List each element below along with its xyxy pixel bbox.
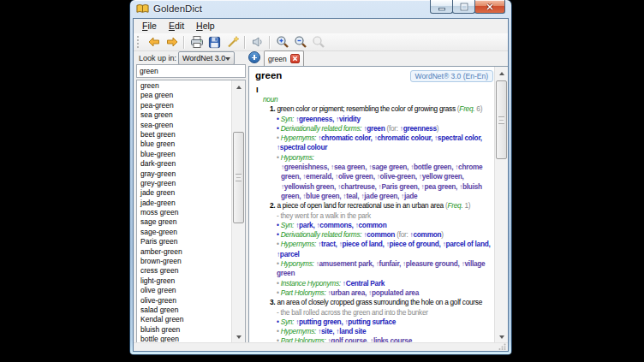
tab-green[interactable]: green — [264, 50, 304, 66]
wordlist-item[interactable]: olive green — [137, 286, 232, 295]
zoom-out-button[interactable] — [291, 34, 309, 50]
article-link[interactable]: ↑bottle green, — [410, 163, 455, 171]
article-link[interactable]: ↑common — [355, 221, 387, 229]
article-link[interactable]: ↑piece of land, — [339, 240, 386, 248]
wordlist-item[interactable]: Paris green — [137, 237, 232, 246]
dictionary-group-select[interactable]: WordNet 3.0 — [178, 51, 235, 65]
article-link[interactable]: ↑chromatic color, — [318, 134, 374, 142]
article-link[interactable]: ↑park, — [295, 221, 316, 229]
article-link[interactable]: ↑common — [363, 230, 395, 239]
article-link[interactable]: ↑spectral color, — [434, 134, 482, 142]
article-link[interactable]: ↑parcel of land, — [443, 240, 491, 248]
wordlist-item[interactable]: jade green — [137, 188, 232, 198]
article-link[interactable]: ↑greenness, — [295, 115, 336, 123]
article-link[interactable]: ↑common — [410, 230, 442, 239]
print-button[interactable] — [188, 34, 206, 50]
article-link[interactable]: ↑pea green, — [421, 182, 460, 191]
article-link[interactable]: ↑chartreuse, — [337, 182, 379, 191]
wordlist-item[interactable]: cress green — [137, 266, 232, 276]
wordlist-item[interactable]: moss green — [137, 208, 232, 217]
maximize-button[interactable] — [452, 0, 475, 14]
article-link[interactable]: ↑olive-green, — [377, 172, 419, 181]
wordlist-item[interactable]: pea green — [137, 91, 232, 100]
article-link[interactable]: ↑sage green, — [368, 163, 410, 171]
pronounce-wand-button[interactable] — [224, 34, 242, 50]
menu-edit[interactable]: Edit — [163, 19, 190, 33]
wordlist-item[interactable]: beet green — [137, 130, 232, 139]
wordlist-item[interactable]: sea green — [137, 110, 232, 120]
tab-close-button[interactable] — [290, 54, 300, 63]
article-link[interactable]: ↑commons, — [317, 221, 355, 229]
wordlist-item[interactable]: dark-green — [137, 159, 232, 169]
wordlist-scroll-thumb[interactable] — [233, 132, 244, 223]
wordlist-item[interactable]: sea-green — [137, 121, 232, 130]
article-link[interactable]: ↑parcel — [277, 250, 300, 258]
titlebar[interactable]: GoldenDict — [130, 0, 511, 18]
wordlist-item[interactable]: green — [137, 81, 232, 91]
article-link[interactable]: ↑greenishness, — [281, 163, 331, 171]
wordlist-item[interactable]: blue green — [137, 139, 232, 149]
wordlist-item[interactable]: sage-green — [137, 228, 232, 237]
resize-grip-icon[interactable] — [498, 343, 506, 350]
wordlist-item[interactable]: bluish green — [137, 325, 232, 335]
article-link[interactable]: ↑blue green, — [302, 192, 343, 200]
article-link[interactable]: ↑viridity — [336, 115, 361, 123]
wordlist-scrollbar[interactable] — [231, 80, 245, 344]
scroll-down-icon[interactable] — [233, 331, 244, 343]
add-tab-button[interactable] — [248, 51, 260, 63]
close-button[interactable] — [474, 0, 505, 14]
wordlist-item[interactable]: pea-green — [137, 101, 232, 110]
wordlist-item[interactable]: jade-green — [137, 199, 232, 208]
back-button[interactable] — [145, 34, 163, 50]
article-link[interactable]: ↑amusement park, — [316, 259, 376, 268]
article-link[interactable]: ↑chromatic colour, — [374, 134, 434, 142]
wordlist-item[interactable]: salad green — [137, 306, 232, 315]
menu-help[interactable]: Help — [190, 19, 221, 33]
menu-file[interactable]: File — [136, 19, 163, 33]
article-link[interactable]: ↑greenness — [400, 124, 437, 133]
article-link[interactable]: ↑populated area — [368, 288, 419, 297]
wordlist-item[interactable]: Kendal green — [137, 315, 232, 324]
article-link[interactable]: ↑putting surface — [344, 317, 396, 326]
wordlist-item[interactable]: sage green — [137, 217, 232, 227]
article-link[interactable]: ↑tract, — [318, 240, 339, 248]
dictionary-badge[interactable]: WordNet® 3.0 (En-En) — [410, 70, 493, 82]
minimize-button[interactable] — [430, 0, 453, 14]
scroll-up-icon[interactable] — [233, 81, 244, 93]
article-link[interactable]: ↑teal, — [343, 192, 361, 200]
article-link[interactable]: ↑sea green, — [331, 163, 368, 171]
article-link[interactable]: ↑piece of ground, — [386, 240, 443, 248]
wordlist-item[interactable]: brown-green — [137, 257, 232, 266]
wordlist-item[interactable]: light-green — [137, 276, 232, 286]
article-link[interactable]: ↑green — [363, 124, 385, 133]
article-link[interactable]: ↑yellowish green, — [281, 182, 337, 191]
zoom-reset-button[interactable] — [309, 34, 327, 50]
article-link[interactable]: ↑Paris green, — [379, 182, 421, 191]
search-input[interactable] — [136, 64, 246, 78]
wordlist-item[interactable]: gray-green — [137, 169, 232, 179]
article-link[interactable]: ↑spectral colour — [277, 143, 327, 151]
wordlist-item[interactable]: amber-green — [137, 247, 232, 257]
article-link[interactable]: ↑Central Park — [343, 279, 385, 288]
article-link[interactable]: ↑site, — [318, 327, 336, 335]
scroll-up-icon[interactable] — [496, 68, 507, 80]
article-link[interactable]: ↑urban area, — [327, 288, 368, 297]
article-scrollbar[interactable] — [494, 67, 508, 344]
article-link[interactable]: ↑emerald, — [302, 172, 335, 181]
article-link[interactable]: ↑putting green, — [295, 317, 344, 326]
article-scroll-thumb[interactable] — [496, 80, 507, 159]
toolbar-grip[interactable] — [137, 36, 141, 48]
wordlist-item[interactable]: olive-green — [137, 296, 232, 306]
article-link[interactable]: ↑jade — [401, 192, 417, 200]
article-link[interactable]: ↑yellow green, — [419, 172, 464, 181]
save-button[interactable] — [206, 34, 224, 50]
article-link[interactable]: ↑jade green, — [361, 192, 401, 200]
article-link[interactable]: ↑funfair, — [376, 259, 402, 268]
article-link[interactable]: ↑land site — [336, 327, 366, 335]
sound-button[interactable] — [248, 34, 266, 50]
zoom-in-button[interactable] — [273, 34, 291, 50]
article-link[interactable]: ↑olive green, — [335, 172, 377, 181]
scroll-down-icon[interactable] — [496, 331, 507, 343]
wordlist-item[interactable]: grey-green — [137, 179, 232, 188]
wordlist-item[interactable]: blue-green — [137, 150, 232, 159]
